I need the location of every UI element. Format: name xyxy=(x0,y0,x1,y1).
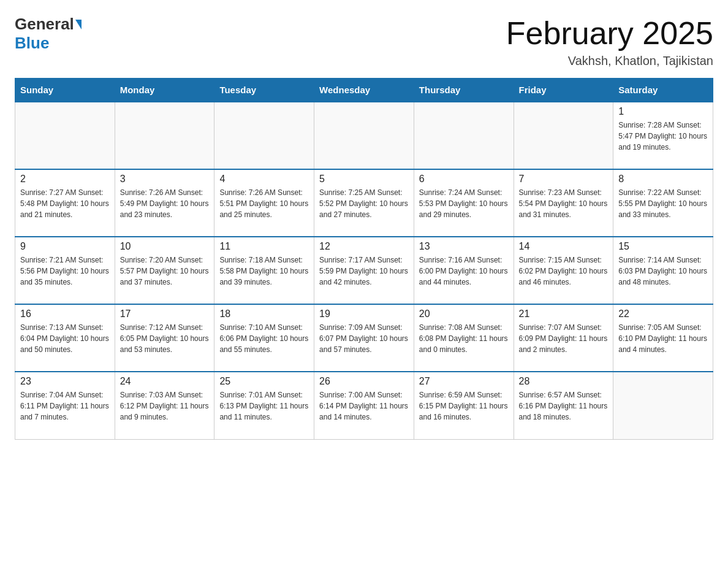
day-info: Sunrise: 7:17 AM Sunset: 5:59 PM Dayligh… xyxy=(319,255,409,288)
calendar-title: February 2025 xyxy=(506,15,713,52)
day-info: Sunrise: 7:09 AM Sunset: 6:07 PM Dayligh… xyxy=(319,322,409,355)
day-number: 3 xyxy=(120,174,210,185)
day-number: 18 xyxy=(219,308,309,320)
day-info: Sunrise: 7:16 AM Sunset: 6:00 PM Dayligh… xyxy=(419,255,509,288)
calendar-cell: 8Sunrise: 7:22 AM Sunset: 5:55 PM Daylig… xyxy=(613,169,713,237)
day-info: Sunrise: 7:24 AM Sunset: 5:53 PM Dayligh… xyxy=(419,187,509,220)
day-info: Sunrise: 7:27 AM Sunset: 5:48 PM Dayligh… xyxy=(20,187,110,220)
title-block: February 2025 Vakhsh, Khatlon, Tajikista… xyxy=(506,15,713,68)
day-info: Sunrise: 7:20 AM Sunset: 5:57 PM Dayligh… xyxy=(120,255,210,288)
day-number: 10 xyxy=(120,241,210,252)
calendar-table: SundayMondayTuesdayWednesdayThursdayFrid… xyxy=(15,78,713,440)
weekday-header-thursday: Thursday xyxy=(414,79,514,102)
calendar-cell: 17Sunrise: 7:12 AM Sunset: 6:05 PM Dayli… xyxy=(115,304,214,372)
day-number: 25 xyxy=(219,376,309,387)
day-number: 19 xyxy=(319,308,409,320)
calendar-week-row: 2Sunrise: 7:27 AM Sunset: 5:48 PM Daylig… xyxy=(15,169,713,237)
day-info: Sunrise: 7:01 AM Sunset: 6:13 PM Dayligh… xyxy=(219,389,309,423)
calendar-cell: 22Sunrise: 7:05 AM Sunset: 6:10 PM Dayli… xyxy=(613,304,713,372)
day-info: Sunrise: 7:00 AM Sunset: 6:14 PM Dayligh… xyxy=(319,389,409,423)
calendar-cell: 14Sunrise: 7:15 AM Sunset: 6:02 PM Dayli… xyxy=(514,237,613,304)
day-number: 13 xyxy=(419,241,509,252)
day-number: 2 xyxy=(20,174,110,185)
calendar-cell: 15Sunrise: 7:14 AM Sunset: 6:03 PM Dayli… xyxy=(613,237,713,304)
calendar-cell: 3Sunrise: 7:26 AM Sunset: 5:49 PM Daylig… xyxy=(115,169,214,237)
calendar-cell: 7Sunrise: 7:23 AM Sunset: 5:54 PM Daylig… xyxy=(514,169,613,237)
day-info: Sunrise: 7:28 AM Sunset: 5:47 PM Dayligh… xyxy=(618,120,708,153)
day-number: 16 xyxy=(20,308,110,320)
day-number: 14 xyxy=(519,241,609,252)
day-number: 21 xyxy=(519,308,609,320)
day-number: 9 xyxy=(20,241,110,252)
calendar-cell: 20Sunrise: 7:08 AM Sunset: 6:08 PM Dayli… xyxy=(414,304,514,372)
day-info: Sunrise: 7:21 AM Sunset: 5:56 PM Dayligh… xyxy=(20,255,110,288)
calendar-cell xyxy=(414,102,514,169)
calendar-week-row: 1Sunrise: 7:28 AM Sunset: 5:47 PM Daylig… xyxy=(15,102,713,169)
calendar-cell: 12Sunrise: 7:17 AM Sunset: 5:59 PM Dayli… xyxy=(314,237,414,304)
day-info: Sunrise: 6:59 AM Sunset: 6:15 PM Dayligh… xyxy=(419,389,509,423)
calendar-cell: 28Sunrise: 6:57 AM Sunset: 6:16 PM Dayli… xyxy=(514,372,613,439)
day-info: Sunrise: 7:10 AM Sunset: 6:06 PM Dayligh… xyxy=(219,322,309,355)
calendar-cell xyxy=(514,102,613,169)
weekday-header-wednesday: Wednesday xyxy=(314,79,414,102)
calendar-cell: 21Sunrise: 7:07 AM Sunset: 6:09 PM Dayli… xyxy=(514,304,613,372)
day-number: 20 xyxy=(419,308,509,320)
day-number: 23 xyxy=(20,376,110,387)
calendar-cell: 24Sunrise: 7:03 AM Sunset: 6:12 PM Dayli… xyxy=(115,372,214,439)
calendar-cell: 26Sunrise: 7:00 AM Sunset: 6:14 PM Dayli… xyxy=(314,372,414,439)
day-info: Sunrise: 7:26 AM Sunset: 5:49 PM Dayligh… xyxy=(120,187,210,220)
weekday-header-friday: Friday xyxy=(514,79,613,102)
calendar-week-row: 16Sunrise: 7:13 AM Sunset: 6:04 PM Dayli… xyxy=(15,304,713,372)
day-number: 1 xyxy=(618,106,708,117)
day-info: Sunrise: 7:08 AM Sunset: 6:08 PM Dayligh… xyxy=(419,322,509,355)
calendar-cell: 10Sunrise: 7:20 AM Sunset: 5:57 PM Dayli… xyxy=(115,237,214,304)
calendar-cell: 1Sunrise: 7:28 AM Sunset: 5:47 PM Daylig… xyxy=(613,102,713,169)
weekday-header-monday: Monday xyxy=(115,79,214,102)
calendar-cell xyxy=(314,102,414,169)
day-info: Sunrise: 7:25 AM Sunset: 5:52 PM Dayligh… xyxy=(319,187,409,220)
logo-general-text: General xyxy=(15,15,74,34)
calendar-cell: 19Sunrise: 7:09 AM Sunset: 6:07 PM Dayli… xyxy=(314,304,414,372)
logo-triangle-icon xyxy=(75,20,82,29)
weekday-header-sunday: Sunday xyxy=(15,79,115,102)
day-number: 24 xyxy=(120,376,210,387)
day-info: Sunrise: 7:13 AM Sunset: 6:04 PM Dayligh… xyxy=(20,322,110,355)
calendar-cell: 18Sunrise: 7:10 AM Sunset: 6:06 PM Dayli… xyxy=(214,304,314,372)
day-info: Sunrise: 6:57 AM Sunset: 6:16 PM Dayligh… xyxy=(519,389,609,423)
day-info: Sunrise: 7:04 AM Sunset: 6:11 PM Dayligh… xyxy=(20,389,110,423)
weekday-header-row: SundayMondayTuesdayWednesdayThursdayFrid… xyxy=(15,79,713,102)
calendar-week-row: 9Sunrise: 7:21 AM Sunset: 5:56 PM Daylig… xyxy=(15,237,713,304)
day-number: 11 xyxy=(219,241,309,252)
day-number: 17 xyxy=(120,308,210,320)
logo-blue-text: Blue xyxy=(15,34,49,53)
calendar-cell xyxy=(613,372,713,439)
calendar-cell xyxy=(214,102,314,169)
day-number: 22 xyxy=(618,308,708,320)
day-info: Sunrise: 7:07 AM Sunset: 6:09 PM Dayligh… xyxy=(519,322,609,355)
weekday-header-saturday: Saturday xyxy=(613,79,713,102)
day-number: 5 xyxy=(319,174,409,185)
page-header: General Blue February 2025 Vakhsh, Khatl… xyxy=(15,15,713,68)
calendar-cell: 2Sunrise: 7:27 AM Sunset: 5:48 PM Daylig… xyxy=(15,169,115,237)
calendar-cell: 4Sunrise: 7:26 AM Sunset: 5:51 PM Daylig… xyxy=(214,169,314,237)
calendar-header: SundayMondayTuesdayWednesdayThursdayFrid… xyxy=(15,79,713,102)
calendar-cell: 9Sunrise: 7:21 AM Sunset: 5:56 PM Daylig… xyxy=(15,237,115,304)
day-number: 15 xyxy=(618,241,708,252)
calendar-cell: 25Sunrise: 7:01 AM Sunset: 6:13 PM Dayli… xyxy=(214,372,314,439)
day-info: Sunrise: 7:03 AM Sunset: 6:12 PM Dayligh… xyxy=(120,389,210,423)
calendar-week-row: 23Sunrise: 7:04 AM Sunset: 6:11 PM Dayli… xyxy=(15,372,713,439)
day-info: Sunrise: 7:26 AM Sunset: 5:51 PM Dayligh… xyxy=(219,187,309,220)
calendar-cell: 27Sunrise: 6:59 AM Sunset: 6:15 PM Dayli… xyxy=(414,372,514,439)
day-number: 28 xyxy=(519,376,609,387)
day-number: 7 xyxy=(519,174,609,185)
calendar-subtitle: Vakhsh, Khatlon, Tajikistan xyxy=(506,54,713,68)
logo: General Blue xyxy=(15,15,83,53)
day-number: 27 xyxy=(419,376,509,387)
calendar-cell: 23Sunrise: 7:04 AM Sunset: 6:11 PM Dayli… xyxy=(15,372,115,439)
calendar-cell: 5Sunrise: 7:25 AM Sunset: 5:52 PM Daylig… xyxy=(314,169,414,237)
calendar-cell xyxy=(15,102,115,169)
weekday-header-tuesday: Tuesday xyxy=(214,79,314,102)
day-info: Sunrise: 7:22 AM Sunset: 5:55 PM Dayligh… xyxy=(618,187,708,220)
day-number: 8 xyxy=(618,174,708,185)
calendar-cell: 13Sunrise: 7:16 AM Sunset: 6:00 PM Dayli… xyxy=(414,237,514,304)
